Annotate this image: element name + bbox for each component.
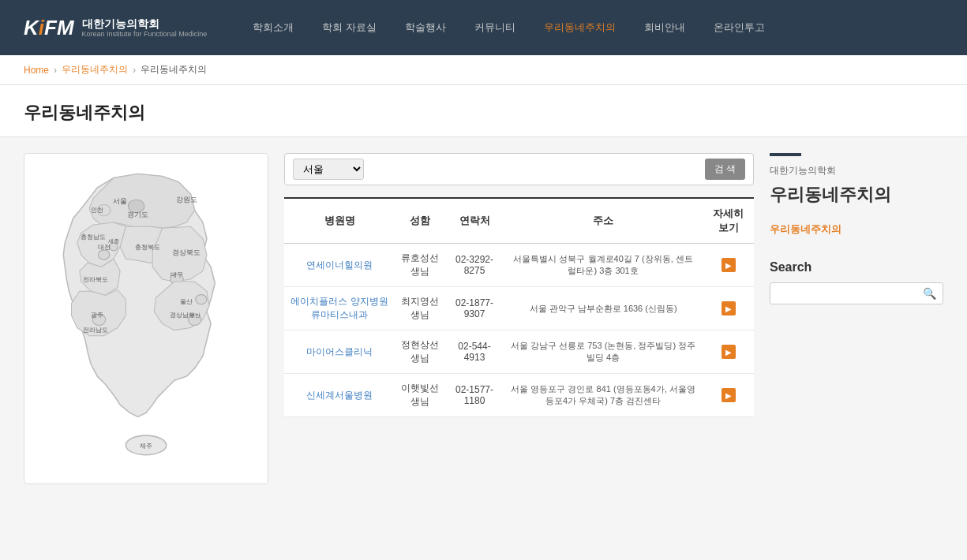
table-row: 마이어스클리닉 정현상선생님 02-544-4913 서울 강남구 선릉로 75… [284, 330, 754, 374]
search-icon[interactable]: 🔍 [923, 287, 936, 300]
content-area: 서울 부산 대구 인천 광주 대전 울산 경기도 강원도 충청북도 충청남도 전… [284, 153, 754, 484]
clinic-person-2: 최지영선생님 [395, 287, 445, 330]
view-detail-icon-3[interactable]: ▶ [722, 345, 736, 359]
svg-text:대구: 대구 [171, 271, 183, 278]
search-bar: 서울 부산 대구 인천 광주 대전 울산 경기도 강원도 충청북도 충청남도 전… [284, 153, 754, 185]
breadcrumb-sep2: › [133, 65, 136, 76]
col-header-name: 병원명 [284, 198, 395, 244]
nav-item-about[interactable]: 학회소개 [238, 0, 308, 55]
clinic-name-2[interactable]: 에이치플러스 양지병원 류마티스내과 [284, 287, 395, 330]
nav-item-clinic[interactable]: 우리동네주치의 [530, 0, 630, 55]
svg-text:광주: 광주 [91, 312, 103, 319]
clinic-address-4: 서울 영등포구 경인로 841 (영등포동4가, 서울영등포4가 우체국) 7층… [504, 374, 703, 417]
sidebar-accent-bar [770, 153, 801, 156]
clinic-person-1: 류호성선생님 [395, 244, 445, 287]
clinic-address-1: 서울특별시 성북구 월계로40길 7 (장위동, 센트럴타운) 3층 301호 [504, 244, 703, 287]
map-area: 서울 인천 경기도 강원도 대전 충청남도 세종 충청북도 경상북도 대구 전라… [24, 153, 268, 484]
sidebar-search-input[interactable] [777, 287, 923, 299]
breadcrumb-current: 우리동네주치의 [141, 63, 207, 77]
search-input[interactable] [370, 160, 699, 178]
sidebar-clinic-link[interactable]: 우리동네주치의 [770, 222, 943, 237]
clinic-name-3[interactable]: 마이어스클리닉 [284, 330, 395, 374]
clinic-phone-1: 02-3292-8275 [446, 244, 504, 287]
page-title-area: 우리동네주치의 [0, 85, 967, 137]
sidebar-title: 우리동네주치의 [770, 184, 943, 207]
svg-text:전라북도: 전라북도 [83, 276, 108, 283]
view-detail-icon-4[interactable]: ▶ [722, 388, 736, 402]
org-name: 대한기능의학회 [82, 17, 208, 31]
nav-item-library[interactable]: 학회 자료실 [308, 0, 391, 55]
table-row: 연세이너힐의원 류호성선생님 02-3292-8275 서울특별시 성북구 월계… [284, 244, 754, 287]
nav-item-fee[interactable]: 회비안내 [630, 0, 699, 55]
clinic-detail-4[interactable]: ▶ [703, 374, 754, 417]
clinic-phone-3: 02-544-4913 [446, 330, 504, 374]
clinic-name-4[interactable]: 신세계서울병원 [284, 374, 395, 417]
svg-text:대전: 대전 [98, 244, 111, 251]
sidebar-search-box: 🔍 [770, 282, 943, 304]
clinic-address-3: 서울 강남구 선릉로 753 (논현동, 정주빌딩) 정주빌딩 4층 [504, 330, 703, 374]
table-row: 에이치플러스 양지병원 류마티스내과 최지영선생님 02-1877-9307 서… [284, 287, 754, 330]
clinic-table: 병원명 성함 연락처 주소 자세히 보기 연세이너힐의원 류호성선생님 02-3… [284, 197, 754, 417]
view-detail-icon-2[interactable]: ▶ [722, 301, 736, 315]
table-header-row: 병원명 성함 연락처 주소 자세히 보기 [284, 198, 754, 244]
clinic-detail-2[interactable]: ▶ [703, 287, 754, 330]
svg-text:전라남도: 전라남도 [83, 327, 108, 334]
nav-item-community[interactable]: 커뮤니티 [460, 0, 530, 55]
org-sub: Korean Institute for Functional Medicine [82, 30, 208, 38]
breadcrumb-home[interactable]: Home [24, 65, 49, 76]
breadcrumb: Home › 우리동네주치의 › 우리동네주치의 [0, 55, 967, 85]
svg-text:충청북도: 충청북도 [135, 244, 160, 251]
clinic-detail-3[interactable]: ▶ [703, 330, 754, 374]
view-detail-icon-1[interactable]: ▶ [722, 258, 736, 272]
main-container: 서울 인천 경기도 강원도 대전 충청남도 세종 충청북도 경상북도 대구 전라… [0, 137, 967, 500]
sidebar-org-label: 대한기능의학회 [770, 164, 943, 177]
clinic-name-1[interactable]: 연세이너힐의원 [284, 244, 395, 287]
logo-kifm: KiFM [24, 16, 74, 40]
svg-text:부산: 부산 [189, 312, 201, 319]
svg-text:울산: 울산 [180, 298, 193, 305]
sidebar-search-title: Search [770, 260, 943, 274]
svg-text:세종: 세종 [108, 238, 119, 245]
svg-text:충청남도: 충청남도 [81, 233, 106, 241]
clinic-person-4: 이햇빛선생님 [395, 374, 445, 417]
nav-item-submit[interactable]: 온라인투고 [699, 0, 779, 55]
clinic-address-2: 서울 관악구 남부순환로 1636 (신림동) [504, 287, 703, 330]
svg-text:서울: 서울 [113, 197, 127, 205]
search-button[interactable]: 검 색 [705, 159, 745, 180]
header: KiFM 대한기능의학회 Korean Institute for Functi… [0, 0, 967, 55]
org-name-block: 대한기능의학회 Korean Institute for Functional … [82, 17, 208, 39]
table-row: 신세계서울병원 이햇빛선생님 02-1577-1180 서울 영등포구 경인로 … [284, 374, 754, 417]
sidebar: 대한기능의학회 우리동네주치의 우리동네주치의 Search 🔍 [770, 153, 943, 484]
clinic-phone-2: 02-1877-9307 [446, 287, 504, 330]
breadcrumb-level1[interactable]: 우리동네주치의 [62, 63, 128, 77]
col-header-address: 주소 [504, 198, 703, 244]
col-header-phone: 연락처 [446, 198, 504, 244]
nav-item-events[interactable]: 학술행사 [391, 0, 460, 55]
svg-text:경기도: 경기도 [127, 211, 148, 218]
col-header-detail: 자세히 보기 [703, 198, 754, 244]
svg-text:강원도: 강원도 [176, 196, 197, 203]
svg-text:경상북도: 경상북도 [172, 248, 201, 256]
page-title: 우리동네주치의 [24, 101, 943, 125]
breadcrumb-sep1: › [54, 65, 57, 76]
clinic-phone-4: 02-1577-1180 [446, 374, 504, 417]
logo-area: KiFM 대한기능의학회 Korean Institute for Functi… [24, 16, 207, 40]
svg-point-6 [196, 294, 207, 304]
svg-text:제주: 제주 [140, 442, 152, 450]
col-header-person: 성함 [395, 198, 445, 244]
city-select[interactable]: 서울 부산 대구 인천 광주 대전 울산 경기도 강원도 충청북도 충청남도 전… [293, 159, 364, 180]
korea-map-svg: 서울 인천 경기도 강원도 대전 충청남도 세종 충청북도 경상북도 대구 전라… [32, 162, 260, 461]
clinic-detail-1[interactable]: ▶ [703, 244, 754, 287]
svg-point-3 [98, 250, 109, 259]
svg-text:인천: 인천 [91, 207, 103, 214]
main-nav: 학회소개 학회 자료실 학술행사 커뮤니티 우리동네주치의 회비안내 온라인투고 [238, 0, 943, 55]
clinic-person-3: 정현상선생님 [395, 330, 445, 374]
